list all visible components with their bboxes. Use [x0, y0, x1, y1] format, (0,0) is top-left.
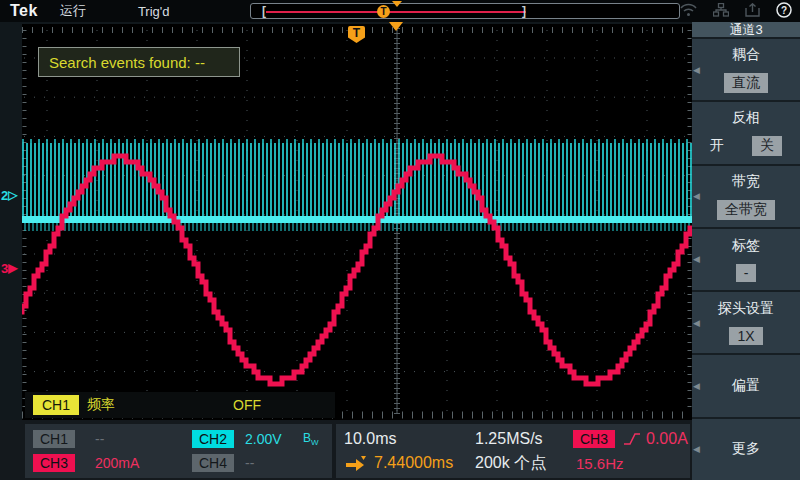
header-bar: Tek 运行 Trig'd [ ] T [0, 0, 800, 22]
trigger-level-value: 0.00A [646, 430, 688, 448]
horizontal-delay: 7.44000ms [374, 454, 453, 472]
trigger-status: Trig'd [138, 4, 170, 19]
graticule-and-waveforms [22, 24, 692, 420]
menu-item-invert[interactable]: 反相 开 关 [692, 102, 800, 163]
coupling-value-button[interactable]: 直流 [724, 73, 768, 93]
menu-item-coupling[interactable]: ◀ 耦合 直流 [692, 39, 800, 100]
chevron-left-icon: ◀ [693, 318, 700, 328]
menu-item-probe-setup[interactable]: ◀ 探头设置 1X [692, 292, 800, 353]
ch3-scale: 200mA [95, 455, 139, 471]
measurement-channel-badge: CH1 [33, 395, 79, 415]
measurement-bar[interactable]: CH1 频率 OFF [25, 392, 335, 418]
horizontal-scale: 10.0ms [344, 430, 396, 448]
tek-logo: Tek [10, 2, 38, 20]
chevron-left-icon: ◀ [693, 191, 700, 201]
bandwidth-limit-icon: BW [303, 431, 319, 447]
oscilloscope-screen: Tek 运行 Trig'd [ ] T [0, 0, 800, 480]
svg-text:?: ? [781, 5, 787, 16]
ch3-position-marker[interactable]: 3▶ [1, 261, 17, 276]
run-status: 运行 [60, 2, 86, 20]
window-right-bracket: ] [522, 6, 526, 17]
chevron-left-icon: ◀ [693, 381, 700, 391]
network-icon[interactable] [713, 3, 729, 17]
help-icon[interactable]: ? [776, 2, 792, 18]
sample-rate: 1.25MS/s [475, 430, 543, 448]
ch2-badge[interactable]: CH2 [192, 430, 234, 448]
timeline-position-triangle [392, 1, 402, 7]
record-view-timeline[interactable]: [ ] T [250, 3, 680, 19]
measurement-value: OFF [233, 397, 261, 413]
trigger-source-badge[interactable]: CH3 [573, 430, 615, 448]
channel-readout-panel[interactable]: CH1 -- CH2 2.00V BW CH3 200mA CH4 -- [25, 424, 332, 478]
ch3-badge[interactable]: CH3 [33, 454, 75, 472]
chevron-left-icon: ◀ [693, 254, 700, 264]
window-left-bracket: [ [262, 6, 266, 17]
ch2-scale: 2.00V [245, 431, 282, 447]
invert-off-button[interactable]: 关 [752, 136, 782, 156]
chevron-left-icon: ◀ [693, 444, 700, 454]
trigger-position-icon[interactable] [389, 22, 403, 31]
label-value-button[interactable]: - [736, 264, 757, 282]
ch1-scale: -- [95, 431, 104, 447]
ch2-position-marker[interactable]: 2▷ [1, 188, 17, 203]
ch4-badge[interactable]: CH4 [192, 454, 234, 472]
menu-item-offset[interactable]: ◀ 偏置 [692, 355, 800, 416]
trigger-frequency: 15.6Hz [576, 455, 624, 472]
horizontal-trigger-panel[interactable]: 10.0ms 1.25MS/s CH3 0.00A 7.44000ms 200k… [336, 424, 690, 478]
menu-title: 通道3 [692, 22, 800, 37]
timeline-trigger-icon[interactable]: T [377, 5, 390, 18]
ch3-arrow-icon: ▶ [8, 262, 17, 275]
record-length: 200k 个点 [475, 453, 546, 474]
search-events-banner: Search events found: -- [38, 47, 240, 77]
waveform-display[interactable] [22, 24, 692, 420]
menu-item-label[interactable]: ◀ 标签 - [692, 229, 800, 290]
delay-arrow-icon [344, 455, 368, 471]
invert-on-button[interactable]: 开 [710, 137, 724, 155]
wifi-icon[interactable] [680, 3, 697, 17]
channel3-menu: 通道3 ◀ 耦合 直流 反相 开 关 ◀ 带宽 全带宽 ◀ 标签 - ◀ 探头设… [692, 22, 800, 480]
bandwidth-value-button[interactable]: 全带宽 [717, 200, 775, 220]
ch4-scale: -- [245, 455, 254, 471]
measurement-type-label: 频率 [87, 396, 115, 414]
menu-item-more[interactable]: ◀ 更多 [692, 419, 800, 480]
export-icon[interactable] [745, 3, 760, 17]
status-strip: CH1 -- CH2 2.00V BW CH3 200mA CH4 -- 10.… [0, 420, 800, 480]
record-window-line [266, 11, 526, 13]
ch2-arrow-icon: ▷ [8, 189, 17, 202]
ch1-badge[interactable]: CH1 [33, 430, 75, 448]
probe-value-button[interactable]: 1X [729, 327, 762, 345]
chevron-left-icon: ◀ [693, 65, 700, 75]
menu-item-bandwidth[interactable]: ◀ 带宽 全带宽 [692, 166, 800, 227]
rising-edge-icon [623, 431, 641, 447]
